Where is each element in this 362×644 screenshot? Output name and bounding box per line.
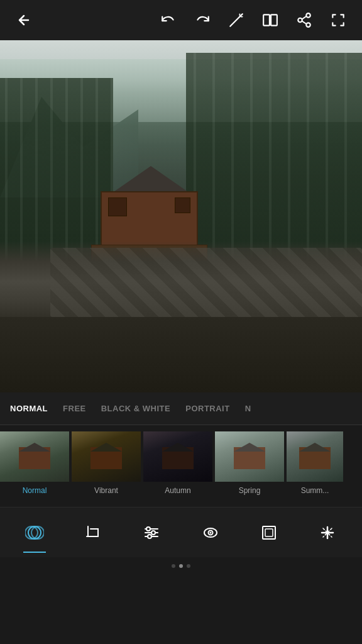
bottom-toolbar: [0, 507, 362, 557]
svg-rect-27: [263, 526, 275, 539]
filter-category-tabs: NORMAL FREE BLACK & WHITE PORTRAIT N: [0, 392, 362, 425]
crop-icon: [83, 523, 103, 543]
preset-normal-label: Normal: [0, 482, 69, 499]
filter-tab-portrait[interactable]: PORTRAIT: [185, 401, 229, 416]
filter-tab-bw[interactable]: BLACK & WHITE: [101, 401, 171, 416]
adjust-icon: [141, 523, 162, 543]
preset-summer-label: Summ...: [287, 482, 343, 499]
svg-rect-6: [271, 14, 277, 25]
main-image: [0, 40, 362, 392]
redo-button[interactable]: [191, 9, 214, 31]
bottom-dots: [0, 557, 362, 575]
preset-vibrant-label: Vibrant: [72, 482, 141, 499]
frames-icon: [259, 523, 279, 543]
svg-point-26: [209, 531, 211, 533]
svg-rect-5: [263, 14, 270, 25]
undo-button[interactable]: [157, 9, 180, 31]
svg-point-23: [148, 535, 151, 538]
preset-normal[interactable]: Normal: [0, 431, 69, 501]
filters-icon: [25, 523, 45, 543]
tool-healing[interactable]: [305, 513, 350, 553]
svg-point-8: [306, 13, 310, 18]
filter-tab-more[interactable]: N: [245, 401, 251, 416]
svg-line-0: [230, 17, 239, 26]
top-toolbar: [0, 0, 362, 40]
ground-element: [0, 317, 362, 392]
svg-point-13: [28, 526, 41, 539]
preset-spring-label: Spring: [215, 482, 284, 499]
filter-tab-normal[interactable]: NORMAL: [10, 401, 48, 416]
magic-wand-button[interactable]: [225, 9, 248, 31]
preset-vibrant[interactable]: Vibrant: [72, 431, 141, 501]
dot-1: [172, 564, 175, 568]
svg-line-11: [302, 16, 307, 19]
toolbar-right-actions: [157, 9, 349, 31]
presets-row: Normal Vibrant Autumn Spri: [0, 425, 362, 507]
filter-tab-free[interactable]: FREE: [63, 401, 86, 416]
tool-frames[interactable]: [246, 513, 292, 553]
dot-2: [179, 564, 183, 568]
share-button[interactable]: [293, 9, 315, 31]
tool-adjust[interactable]: [129, 513, 174, 553]
preset-autumn-label: Autumn: [143, 482, 212, 499]
preset-summer[interactable]: Summ...: [287, 431, 343, 501]
eye-icon: [200, 523, 221, 543]
svg-point-10: [306, 23, 310, 27]
back-button[interactable]: [13, 9, 35, 31]
svg-point-21: [146, 527, 150, 531]
svg-point-22: [151, 531, 155, 535]
compare-button[interactable]: [259, 9, 282, 31]
preset-autumn[interactable]: Autumn: [143, 431, 212, 501]
tool-detail[interactable]: [188, 513, 233, 553]
preset-spring[interactable]: Spring: [215, 431, 284, 501]
tool-crop[interactable]: [70, 513, 116, 553]
svg-point-9: [298, 18, 302, 23]
healing-icon: [317, 523, 337, 543]
svg-line-4: [241, 14, 242, 16]
fullscreen-button[interactable]: [327, 9, 349, 31]
dot-3: [187, 564, 190, 568]
tool-filters[interactable]: [12, 513, 57, 553]
svg-rect-28: [265, 529, 273, 536]
svg-line-12: [302, 21, 307, 24]
